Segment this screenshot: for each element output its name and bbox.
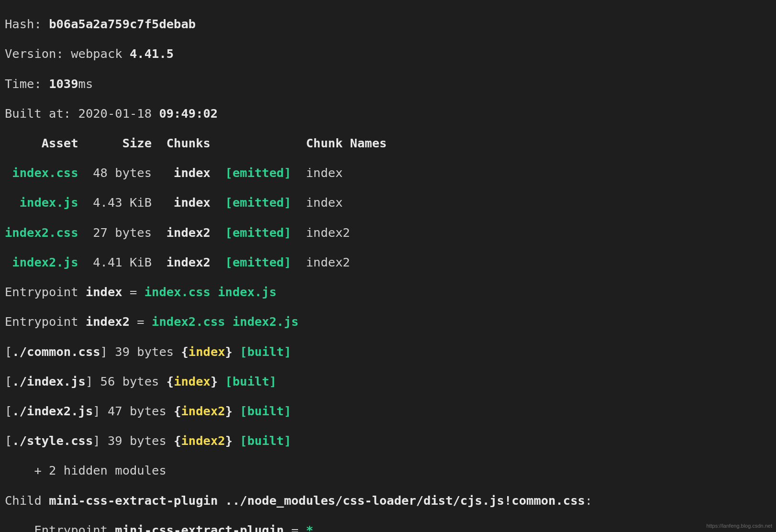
asset-row: index.js 4.43 KiB index [emitted] index bbox=[5, 195, 771, 210]
asset-size: 48 bytes bbox=[78, 166, 152, 180]
asset-size: 4.41 KiB bbox=[78, 255, 152, 269]
module-line: [./common.css] 39 bytes {index} [built] bbox=[5, 344, 771, 359]
child-prefix: Child bbox=[5, 493, 49, 508]
hash-label: Hash: bbox=[5, 17, 49, 31]
hidden-modules: + 2 hidden modules bbox=[5, 463, 771, 478]
asset-name: index.js bbox=[5, 195, 78, 210]
asset-chunk: index bbox=[152, 195, 211, 210]
entrypoint-line: Entrypoint index2 = index2.css index2.js bbox=[5, 314, 771, 329]
brace-close: } bbox=[225, 344, 233, 359]
module-path: ./index.js bbox=[12, 374, 86, 388]
built-label: Built at: 2020-01-18 bbox=[5, 106, 159, 121]
asset-chunk: index2 bbox=[152, 255, 211, 269]
child-entrypoint: Entrypoint mini-css-extract-plugin = * bbox=[5, 523, 771, 532]
asset-row: index2.js 4.41 KiB index2 [emitted] inde… bbox=[5, 255, 771, 270]
asset-size: 4.43 KiB bbox=[78, 195, 152, 210]
module-status: [built] bbox=[233, 344, 291, 359]
brace-open: { bbox=[166, 374, 174, 388]
header-size: Size bbox=[78, 136, 152, 150]
entry-files: index.css index.js bbox=[144, 285, 277, 299]
module-chunk: index bbox=[188, 344, 225, 359]
module-line: [./style.css] 39 bytes {index2} [built] bbox=[5, 433, 771, 448]
asset-row: index.css 48 bytes index [emitted] index bbox=[5, 166, 771, 180]
asset-status: [emitted] bbox=[225, 195, 291, 210]
bracket-open: [ bbox=[5, 344, 12, 359]
version-value: 4.41.5 bbox=[130, 46, 174, 61]
module-chunk: index2 bbox=[181, 404, 225, 418]
module-close: ] 47 bytes bbox=[93, 404, 174, 418]
entry-eq: = bbox=[284, 523, 306, 532]
child-line: Child mini-css-extract-plugin ../node_mo… bbox=[5, 493, 771, 508]
module-close: ] 56 bytes bbox=[86, 374, 166, 388]
built-time: 09:49:02 bbox=[159, 106, 218, 121]
asset-size: 27 bytes bbox=[78, 225, 152, 240]
asset-row: index2.css 27 bytes index2 [emitted] ind… bbox=[5, 225, 771, 240]
asset-chunk-name: index bbox=[306, 166, 343, 180]
child-name: mini-css-extract-plugin ../node_modules/… bbox=[49, 493, 585, 508]
asset-status: [emitted] bbox=[225, 255, 291, 269]
module-status: [built] bbox=[233, 404, 291, 418]
entry-name: mini-css-extract-plugin bbox=[115, 523, 284, 532]
asset-name: index2.css bbox=[5, 225, 78, 240]
brace-open: { bbox=[174, 433, 181, 448]
brace-open: { bbox=[174, 404, 181, 418]
entry-eq: = bbox=[130, 314, 152, 329]
asset-chunk-name: index2 bbox=[306, 225, 350, 240]
asset-chunk-name: index bbox=[306, 195, 343, 210]
module-line: [./index2.js] 47 bytes {index2} [built] bbox=[5, 404, 771, 419]
built-line: Built at: 2020-01-18 09:49:02 bbox=[5, 106, 771, 121]
time-unit: ms bbox=[78, 77, 93, 91]
asset-name: index2.js bbox=[5, 255, 78, 269]
time-value: 1039 bbox=[49, 77, 78, 91]
module-close: ] 39 bytes bbox=[93, 433, 174, 448]
asset-header: Asset Size Chunks Chunk Names bbox=[5, 136, 771, 151]
entry-files: index2.css index2.js bbox=[152, 314, 299, 329]
brace-close: } bbox=[211, 374, 218, 388]
header-chunk-names: Chunk Names bbox=[306, 136, 387, 150]
module-close: ] 39 bytes bbox=[100, 344, 181, 359]
asset-chunk-name: index2 bbox=[306, 255, 350, 269]
bracket-open: [ bbox=[5, 404, 12, 418]
module-path: ./style.css bbox=[12, 433, 93, 448]
bracket-open: [ bbox=[5, 374, 12, 388]
brace-close: } bbox=[225, 433, 233, 448]
asset-name: index.css bbox=[5, 166, 78, 180]
asset-status: [emitted] bbox=[225, 225, 291, 240]
entry-eq: = bbox=[122, 285, 144, 299]
entry-star: * bbox=[306, 523, 313, 532]
time-label: Time: bbox=[5, 77, 49, 91]
module-line: [./index.js] 56 bytes {index} [built] bbox=[5, 374, 771, 389]
entry-prefix: Entrypoint bbox=[5, 285, 86, 299]
asset-status: [emitted] bbox=[225, 166, 291, 180]
entrypoint-line: Entrypoint index = index.css index.js bbox=[5, 285, 771, 299]
asset-chunk: index2 bbox=[152, 225, 211, 240]
watermark: https://lanfeng.blog.csdn.net bbox=[706, 523, 772, 529]
module-chunk: index bbox=[174, 374, 211, 388]
module-path: ./index2.js bbox=[12, 404, 93, 418]
bracket-open: [ bbox=[5, 433, 12, 448]
header-asset: Asset bbox=[5, 136, 78, 150]
header-spacer bbox=[211, 136, 306, 150]
version-line: Version: webpack 4.41.5 bbox=[5, 46, 771, 61]
entry-prefix: Entrypoint bbox=[5, 314, 86, 329]
terminal-output: Hash: b06a5a2a759c7f5debab Version: webp… bbox=[0, 0, 776, 532]
hash-value: b06a5a2a759c7f5debab bbox=[49, 17, 196, 31]
time-line: Time: 1039ms bbox=[5, 77, 771, 91]
header-chunks: Chunks bbox=[152, 136, 211, 150]
module-path: ./common.css bbox=[12, 344, 100, 359]
child-suffix: : bbox=[585, 493, 592, 508]
module-status: [built] bbox=[218, 374, 277, 388]
module-status: [built] bbox=[233, 433, 291, 448]
brace-close: } bbox=[225, 404, 233, 418]
entry-prefix: Entrypoint bbox=[5, 523, 115, 532]
module-chunk: index2 bbox=[181, 433, 225, 448]
brace-open: { bbox=[181, 344, 188, 359]
version-label: Version: webpack bbox=[5, 46, 130, 61]
entry-name: index2 bbox=[86, 314, 130, 329]
hash-line: Hash: b06a5a2a759c7f5debab bbox=[5, 17, 771, 32]
entry-name: index bbox=[86, 285, 122, 299]
asset-chunk: index bbox=[152, 166, 211, 180]
